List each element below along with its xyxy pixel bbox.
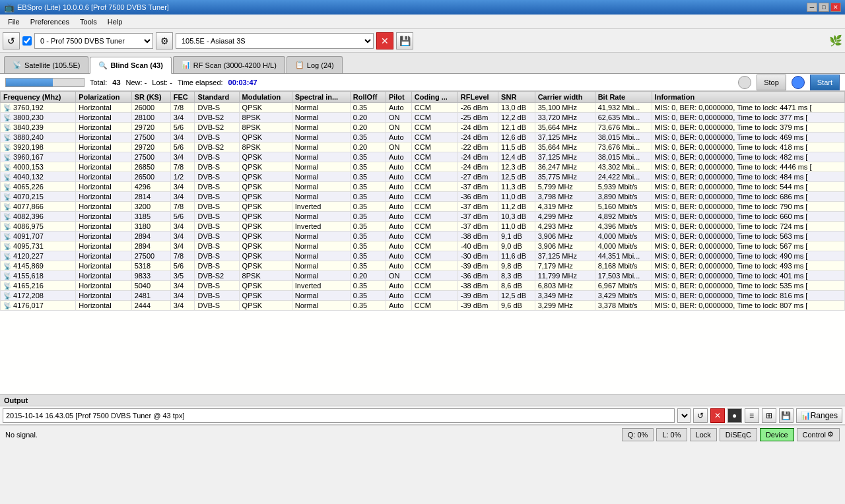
- table-row[interactable]: 📡 4172,208Horizontal24813/4DVB-SQPSKNorm…: [1, 291, 845, 301]
- device-badge[interactable]: Device: [760, 428, 794, 441]
- col-carrier[interactable]: Carrier width: [535, 92, 595, 103]
- rf-scan-tab-label: RF Scan (3000-4200 H/L): [193, 61, 277, 69]
- titlebar-title: EBSpro (Lite) 10.0.0.6 [Prof 7500 DVBS T…: [17, 3, 169, 11]
- table-row[interactable]: 📡 4070,215Horizontal28143/4DVB-SQPSKNorm…: [1, 192, 845, 202]
- table-row[interactable]: 📡 4040,132Horizontal265001/2DVB-SQPSKNor…: [1, 172, 845, 182]
- col-frequency[interactable]: Frequency (Mhz): [1, 92, 76, 103]
- sat-icon: 📡: [3, 144, 11, 151]
- col-bitrate[interactable]: Bit Rate: [595, 92, 652, 103]
- footer: No signal. Q: 0% L: 0% Lock DiSEqC Devic…: [0, 425, 845, 443]
- sat-icon: 📡: [3, 263, 11, 270]
- satellite-select[interactable]: 105.5E - Asiasat 3S: [176, 33, 374, 49]
- output-save-btn[interactable]: 💾: [779, 408, 794, 423]
- output-list-btn[interactable]: ≡: [745, 408, 759, 423]
- col-pilot[interactable]: Pilot: [386, 92, 411, 103]
- log-tab-icon: 📋: [295, 61, 304, 69]
- table-row[interactable]: 📡 4086,975Horizontal31803/4DVB-SQPSKInve…: [1, 222, 845, 232]
- table-row[interactable]: 📡 4145,869Horizontal53185/6DVB-SQPSKNorm…: [1, 261, 845, 271]
- start-circle-icon: [792, 76, 805, 89]
- app-icon: 📺: [4, 3, 15, 13]
- lost-label: Lost: -: [152, 79, 172, 86]
- col-rolloff[interactable]: RollOff: [350, 92, 386, 103]
- output-grid-btn[interactable]: ⊞: [762, 408, 776, 423]
- circle-indicator: [738, 76, 751, 89]
- table-row[interactable]: 📡 4165,216Horizontal50403/4DVB-SQPSKInve…: [1, 281, 845, 291]
- stop-button[interactable]: Stop: [757, 75, 786, 90]
- tab-log[interactable]: 📋 Log (24): [287, 56, 343, 73]
- table-row[interactable]: 📡 3920,198Horizontal297205/6DVB-S28PSKNo…: [1, 142, 845, 152]
- table-row[interactable]: 📡 4065,226Horizontal42963/4DVB-SQPSKNorm…: [1, 182, 845, 192]
- col-spectral[interactable]: Spectral in...: [292, 92, 350, 103]
- sat-icon: 📡: [3, 213, 11, 220]
- titlebar-controls: ─ □ ✕: [807, 3, 841, 12]
- table-row[interactable]: 📡 3840,239Horizontal297205/6DVB-S28PSKNo…: [1, 123, 845, 133]
- sat-icon: 📡: [3, 203, 11, 210]
- control-badge[interactable]: Control ⚙: [797, 428, 840, 441]
- output-circle-btn[interactable]: ●: [727, 408, 742, 423]
- table-row[interactable]: 📡 3800,230Horizontal281003/4DVB-S28PSKNo…: [1, 113, 845, 123]
- maximize-button[interactable]: □: [819, 3, 829, 12]
- remove-button[interactable]: ✕: [376, 32, 393, 49]
- tuner-select[interactable]: 0 - Prof 7500 DVBS Tuner: [34, 33, 153, 49]
- menu-help[interactable]: Help: [102, 16, 128, 27]
- output-ranges-btn[interactable]: 📊 Ranges: [796, 408, 842, 423]
- output-remove-btn[interactable]: ✕: [710, 408, 725, 423]
- menu-preferences[interactable]: Preferences: [25, 16, 75, 27]
- table-row[interactable]: 📡 4155,618Horizontal98333/5DVB-S28PSKNor…: [1, 271, 845, 281]
- enable-checkbox[interactable]: [22, 36, 32, 46]
- table-row[interactable]: 📡 3960,167Horizontal275003/4DVB-SQPSKNor…: [1, 152, 845, 162]
- close-button[interactable]: ✕: [830, 3, 841, 12]
- satellite-tab-icon: 📡: [13, 61, 22, 69]
- table-header-row: Frequency (Mhz) Polarization SR (KS) FEC…: [1, 92, 845, 103]
- col-coding[interactable]: Coding ...: [411, 92, 457, 103]
- table-row[interactable]: 📡 4176,017Horizontal24443/4DVB-SQPSKNorm…: [1, 301, 845, 311]
- sat-icon: 📡: [3, 183, 11, 191]
- table-row[interactable]: 📡 4082,396Horizontal31855/6DVB-SQPSKNorm…: [1, 212, 845, 222]
- menu-file[interactable]: File: [3, 16, 25, 27]
- start-button[interactable]: Start: [810, 75, 840, 90]
- titlebar: 📺 EBSpro (Lite) 10.0.0.6 [Prof 7500 DVBS…: [0, 0, 845, 15]
- table-body: 📡 3760,192Horizontal260007/8DVB-SQPSKNor…: [1, 103, 845, 311]
- blind-scan-tab-label: Blind Scan (43): [110, 61, 162, 69]
- output-refresh-btn[interactable]: ↺: [693, 408, 708, 423]
- menu-tools[interactable]: Tools: [75, 16, 102, 27]
- status-bar: Total: 43 New: - Lost: - Time elapsed: 0…: [0, 74, 845, 91]
- satellite-tab-label: Satellite (105.5E): [24, 61, 80, 69]
- col-information[interactable]: Information: [652, 92, 844, 103]
- table-row[interactable]: 📡 4095,731Horizontal28943/4DVB-SQPSKNorm…: [1, 241, 845, 251]
- col-sr[interactable]: SR (KS): [131, 92, 170, 103]
- table-row[interactable]: 📡 4120,227Horizontal275007/8DVB-SQPSKNor…: [1, 251, 845, 261]
- table-row[interactable]: 📡 4000,153Horizontal268507/8DVB-SQPSKNor…: [1, 162, 845, 172]
- save-button[interactable]: 💾: [396, 32, 413, 49]
- config-button[interactable]: ⚙: [156, 32, 173, 49]
- control-icon: ⚙: [827, 430, 834, 439]
- ranges-icon: 📊: [801, 411, 811, 420]
- col-modulation[interactable]: Modulation: [239, 92, 292, 103]
- elapsed-value: 00:03:47: [228, 79, 257, 86]
- col-polarization[interactable]: Polarization: [76, 92, 131, 103]
- diseqc-badge: DiSEqC: [720, 428, 757, 441]
- refresh-button[interactable]: ↺: [3, 32, 20, 49]
- table-row[interactable]: 📡 4091,707Horizontal28943/4DVB-SQPSKNorm…: [1, 232, 845, 241]
- tab-satellite[interactable]: 📡 Satellite (105.5E): [4, 56, 88, 73]
- tab-blind-scan[interactable]: 🔍 Blind Scan (43): [90, 57, 171, 74]
- sat-icon: 📡: [3, 243, 11, 250]
- sat-icon: 📡: [3, 104, 11, 111]
- minimize-button[interactable]: ─: [807, 3, 817, 12]
- col-standard[interactable]: Standard: [195, 92, 239, 103]
- col-snr[interactable]: SNR: [498, 92, 535, 103]
- sat-icon: 📡: [3, 154, 11, 161]
- col-rflevel[interactable]: RFLevel: [457, 92, 498, 103]
- tab-rf-scan[interactable]: 📊 RF Scan (3000-4200 H/L): [173, 56, 285, 73]
- table-row[interactable]: 📡 4077,866Horizontal32007/8DVB-SQPSKInve…: [1, 202, 845, 212]
- col-fec[interactable]: FEC: [170, 92, 195, 103]
- progress-fill: [6, 79, 53, 86]
- output-section: Output 2015-10-14 16.43.05 [Prof 7500 DV…: [0, 394, 845, 425]
- output-dropdown[interactable]: [677, 408, 691, 423]
- tabs: 📡 Satellite (105.5E) 🔍 Blind Scan (43) 📊…: [0, 53, 845, 74]
- table-row[interactable]: 📡 3880,240Horizontal275003/4DVB-SQPSKNor…: [1, 133, 845, 142]
- table-row[interactable]: 📡 3760,192Horizontal260007/8DVB-SQPSKNor…: [1, 103, 845, 113]
- table-container[interactable]: Frequency (Mhz) Polarization SR (KS) FEC…: [0, 91, 845, 394]
- sat-icon: 📡: [3, 233, 11, 240]
- sat-icon: 📡: [3, 292, 11, 299]
